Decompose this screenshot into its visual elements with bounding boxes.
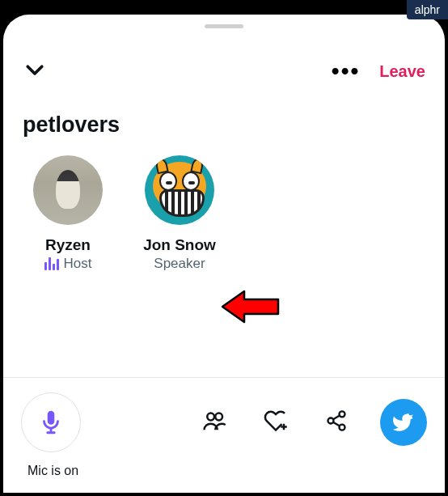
svg-point-5: [328, 418, 334, 424]
more-icon[interactable]: •••: [332, 60, 360, 83]
participant-role: Host: [64, 256, 92, 272]
reactions-button[interactable]: [249, 409, 302, 436]
participant-role-row: Speaker: [154, 256, 205, 272]
svg-point-1: [215, 413, 222, 421]
participant-role: Speaker: [154, 256, 205, 272]
participant-name: Ryzen: [45, 236, 91, 254]
svg-point-6: [340, 425, 345, 430]
heart-plus-icon: [264, 409, 288, 433]
footer: [3, 378, 445, 460]
compose-icon: [393, 412, 414, 433]
avatar: [33, 155, 103, 225]
space-sheet: ••• Leave petlovers Ryzen Host Jon Snow …: [3, 15, 445, 493]
alphr-badge: alphr: [407, 0, 448, 19]
participants-list: Ryzen Host Jon Snow Speaker: [3, 147, 445, 280]
callout-arrow: [218, 286, 283, 327]
participant-jon-snow[interactable]: Jon Snow Speaker: [139, 155, 220, 272]
mic-toggle-button[interactable]: [21, 392, 81, 452]
svg-line-7: [333, 422, 340, 426]
participant-role-row: Host: [44, 256, 92, 272]
people-icon: [202, 409, 226, 433]
leave-button[interactable]: Leave: [379, 62, 425, 81]
chevron-down-icon[interactable]: [23, 57, 47, 85]
participant-name: Jon Snow: [143, 236, 216, 254]
avatar: [145, 155, 214, 225]
svg-line-8: [333, 416, 340, 420]
share-button[interactable]: [311, 409, 362, 435]
svg-point-4: [340, 411, 345, 417]
space-title: petlovers: [3, 98, 445, 147]
header: ••• Leave: [3, 28, 445, 98]
people-button[interactable]: [188, 409, 241, 436]
mic-status-label: Mic is on: [3, 460, 445, 493]
audio-bars-icon: [44, 257, 59, 270]
share-icon: [325, 409, 348, 432]
compose-button[interactable]: [380, 399, 427, 446]
participant-ryzen[interactable]: Ryzen Host: [27, 155, 108, 272]
microphone-icon: [37, 409, 65, 436]
svg-point-0: [207, 413, 214, 421]
